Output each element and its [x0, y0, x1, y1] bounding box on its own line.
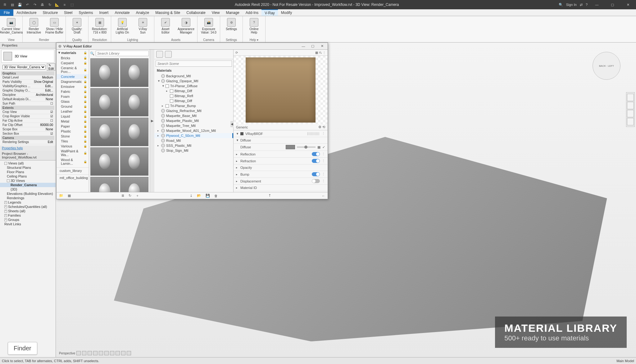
ribbon-btn-online[interactable]: ?OnlineHelp: [245, 17, 263, 34]
property-row[interactable]: Far Clip Active☐: [1, 119, 54, 123]
wheel-icon[interactable]: [627, 94, 634, 101]
redo-icon[interactable]: ↷: [32, 2, 38, 8]
add-icon[interactable]: ＋: [136, 193, 139, 198]
ribbon-btn-exposure[interactable]: 📸ExposureValue: 14.0: [199, 17, 218, 34]
material-node[interactable]: Maquette_Base_Mtl: [154, 113, 233, 118]
brdf-slot[interactable]: [307, 132, 320, 135]
property-value[interactable]: Architectural: [36, 93, 53, 97]
close-hidden-icon[interactable]: ⬚: [69, 2, 75, 8]
preview-ratio[interactable]: ¹⁄₁: [319, 51, 322, 54]
tab-structure[interactable]: Structure: [39, 9, 61, 16]
toggle-switch[interactable]: [312, 159, 320, 163]
more-icon[interactable]: ⋮: [322, 179, 325, 183]
property-row[interactable]: Default Analysis Di...None: [1, 97, 54, 101]
category-item[interactable]: Bricks🔒: [57, 56, 89, 61]
project-browser[interactable]: -Views (all)Structural PlansFloor PlansC…: [0, 160, 56, 357]
brdf-expand[interactable]: ▼: [236, 132, 238, 135]
property-value[interactable]: Medium: [42, 76, 53, 79]
tree-item[interactable]: +Sheets (all): [0, 209, 56, 213]
expand-icon[interactable]: ▸: [157, 134, 160, 137]
tree-item[interactable]: Structural Plans: [0, 165, 56, 170]
undo-icon[interactable]: ↶: [24, 2, 30, 8]
expand-icon[interactable]: +: [4, 210, 7, 213]
property-value[interactable]: None: [46, 97, 53, 101]
ribbon-btn-quality-[interactable]: ✶Quality:Draft: [68, 17, 86, 34]
material-node[interactable]: ▸Plywood_C_50cm_Mtl: [154, 133, 233, 138]
materials-tree[interactable]: Background_Mtl▼Glazing_Opaque_Mtl▼Tri-Pl…: [154, 73, 233, 192]
properties-help-link[interactable]: Properties help: [0, 146, 56, 151]
matprop-row[interactable]: ▸Opacity: [234, 164, 328, 171]
property-row[interactable]: Section Box☑: [1, 132, 54, 136]
tab-analyze[interactable]: Analyze: [133, 9, 152, 16]
expand-icon[interactable]: ▼: [236, 139, 238, 142]
material-node[interactable]: ▸SSS_Plastic_Mtl: [154, 143, 233, 148]
color-swatch[interactable]: [286, 145, 295, 149]
orbit-icon[interactable]: [627, 118, 634, 125]
category-item[interactable]: Foam🔒: [57, 94, 89, 99]
property-row[interactable]: Sun Path☐: [1, 101, 54, 106]
tab-collaborate[interactable]: Collaborate: [183, 9, 208, 16]
material-thumbnail[interactable]: [120, 177, 149, 192]
main-model-selector[interactable]: Main Model: [616, 359, 634, 363]
tab-manage[interactable]: Manage: [223, 9, 242, 16]
file-tab[interactable]: File: [0, 9, 13, 16]
material-node[interactable]: ▸Tri-Planar_Bump: [154, 103, 233, 108]
expand-icon[interactable]: +: [4, 205, 7, 208]
expand-icon[interactable]: ▼: [157, 79, 160, 83]
zoom-icon[interactable]: [627, 110, 634, 117]
toggle-switch[interactable]: [312, 172, 320, 176]
tree-item[interactable]: +Legends: [0, 200, 56, 204]
tab-architecture[interactable]: Architecture: [13, 9, 39, 16]
category-item[interactable]: Fabric🔒: [57, 89, 89, 94]
property-row[interactable]: Crop View☑: [1, 110, 54, 114]
category-item[interactable]: Stone🔒: [57, 134, 89, 139]
tree-item[interactable]: Floor Plans: [0, 170, 56, 174]
property-value[interactable]: ☑: [50, 132, 53, 135]
view-cube[interactable]: BACK · LEFT: [593, 52, 620, 80]
material-thumbnail[interactable]: [120, 88, 149, 117]
view-type-button[interactable]: 3D View: [1, 50, 54, 63]
intensity-slider[interactable]: [297, 146, 316, 148]
material-thumbnail[interactable]: [90, 147, 119, 176]
toggle-switch[interactable]: [312, 179, 320, 183]
tab-steel[interactable]: Steel: [61, 9, 75, 16]
thin-lines-icon[interactable]: ≡: [61, 2, 68, 8]
category-item[interactable]: custom_library: [57, 167, 89, 173]
tree-item[interactable]: -3D Views: [0, 178, 56, 183]
detail-icon[interactable]: [82, 351, 86, 355]
expand-icon[interactable]: ▸: [236, 180, 238, 183]
more-icon[interactable]: ⋮: [322, 159, 325, 163]
material-thumbnail[interactable]: [90, 177, 119, 192]
expand-right-arrow[interactable]: ▶: [150, 50, 154, 192]
brdf-menu-icon[interactable]: ⋮: [322, 132, 325, 136]
expand-icon[interactable]: ▼: [162, 84, 164, 88]
ribbon-btn-appearance[interactable]: ◑AppearanceManager: [177, 17, 195, 34]
edit-type-button[interactable]: ✎ Edit: [47, 63, 55, 71]
tab-add-ins[interactable]: Add-Ins: [243, 9, 261, 16]
crop-region-icon[interactable]: [116, 351, 120, 355]
material-thumbnail[interactable]: [90, 88, 119, 117]
matprop-row[interactable]: ▼Diffuse: [234, 137, 328, 144]
material-node[interactable]: Glazing_Refractive_Mtl: [154, 108, 233, 113]
preview-layout-icon[interactable]: ▦: [315, 51, 318, 54]
category-item[interactable]: WallPaint & Wa...🔒: [57, 149, 89, 157]
property-row[interactable]: Detail LevelMedium: [1, 75, 54, 80]
expand-icon[interactable]: ▸: [236, 153, 238, 156]
material-thumbnail[interactable]: [120, 58, 149, 87]
category-item[interactable]: Glass🔒: [57, 99, 89, 104]
tree-item[interactable]: Elevations (Building Elevation): [0, 191, 56, 196]
help-icon[interactable]: ?: [586, 3, 588, 7]
material-node[interactable]: Bitmap_Refl: [154, 93, 233, 98]
tab-v-ray[interactable]: V-Ray: [261, 9, 278, 16]
property-row[interactable]: Scope BoxNone: [1, 127, 54, 132]
matprop-row[interactable]: ▸Material ID: [234, 185, 328, 191]
list-icon[interactable]: ≣: [121, 194, 124, 198]
delete-icon[interactable]: 🗑: [214, 194, 218, 198]
finder-overlay[interactable]: Finder: [8, 342, 37, 355]
material-node[interactable]: Background_Mtl: [154, 74, 233, 79]
ribbon-btn-v-ray[interactable]: ☀V-RaySun: [134, 17, 152, 34]
view-mode-label[interactable]: Perspective: [59, 352, 75, 355]
tree-item[interactable]: Ceiling Plans: [0, 174, 56, 178]
ribbon-btn-asset[interactable]: ✔AssetEditor: [156, 17, 175, 34]
folder-icon[interactable]: 📁: [59, 194, 63, 198]
